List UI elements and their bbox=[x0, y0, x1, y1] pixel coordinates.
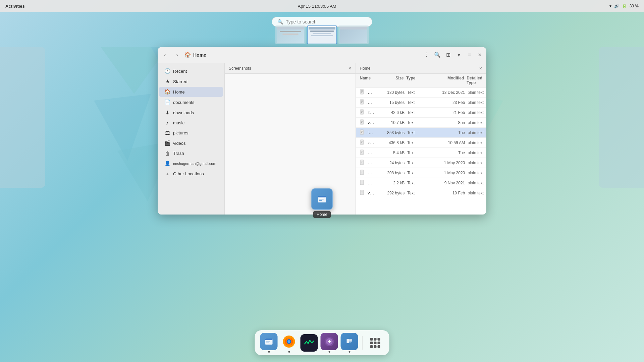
file-type-cell: Text bbox=[406, 180, 429, 186]
svg-rect-30 bbox=[360, 130, 364, 134]
file-name: .zcompdump bbox=[367, 110, 375, 115]
sidebar-item-other-locations[interactable]: + Other Locations bbox=[159, 169, 223, 179]
text-file-icon bbox=[360, 139, 365, 146]
svg-rect-27 bbox=[361, 121, 363, 121]
window-thumb-3[interactable] bbox=[338, 25, 369, 44]
svg-text:✦: ✦ bbox=[327, 339, 331, 344]
activities-label[interactable]: Activities bbox=[5, 4, 25, 9]
file-type-cell: Text bbox=[406, 140, 429, 146]
column-modified: Modified bbox=[428, 75, 465, 86]
dock-item-files[interactable] bbox=[260, 333, 278, 353]
svg-rect-56 bbox=[361, 192, 363, 192]
search-input[interactable] bbox=[286, 19, 367, 24]
sidebar-item-starred-label: Starred bbox=[173, 79, 187, 84]
window-thumb-2[interactable] bbox=[307, 25, 337, 44]
view-options-button[interactable]: ▾ bbox=[454, 50, 464, 60]
file-type: Text bbox=[407, 181, 415, 185]
sidebar-item-music[interactable]: ♪ music bbox=[159, 118, 223, 128]
table-row[interactable]: .wget-hsts 180 bytes Text 13 Dec 2021 pl… bbox=[356, 87, 487, 98]
sidebar-item-home[interactable]: 🏠 Home bbox=[159, 87, 223, 97]
file-detail-type-cell: plain text document bbox=[466, 140, 484, 146]
battery-percent: 33 % bbox=[630, 4, 639, 8]
home-file-list[interactable]: Name Size Type Modified Detailed Type bbox=[356, 74, 487, 215]
text-file-icon bbox=[360, 99, 365, 106]
table-row[interactable]: .aspell.en.pws 208 bytes Text 1 May 2020… bbox=[356, 168, 487, 178]
file-size: 24 bytes bbox=[389, 161, 405, 165]
table-row[interactable]: .bash_history 5.4 kB Text Tue plain text… bbox=[356, 148, 487, 158]
window-thumb-1[interactable] bbox=[275, 25, 306, 44]
sidebar-item-eeshugerman[interactable]: 👤 eeshugerman@gmail.com bbox=[159, 159, 223, 169]
file-modified: 1 May 2020 bbox=[444, 171, 465, 175]
dock-item-grid[interactable] bbox=[367, 334, 384, 352]
svg-rect-37 bbox=[361, 142, 362, 143]
file-name-cell: .node_repl_history bbox=[359, 179, 376, 187]
grid-view-button[interactable]: ⊞ bbox=[443, 50, 453, 60]
search-button[interactable]: 🔍 bbox=[433, 50, 442, 60]
sidebar-item-documents[interactable]: 📄 documents bbox=[159, 97, 223, 107]
sidebar-item-downloads-label: downloads bbox=[173, 110, 194, 115]
file-size-cell: 5.4 kB bbox=[376, 150, 406, 156]
file-manager-header: ‹ › 🏠 Home ⋮ 🔍 ⊞ ▾ ≡ ✕ bbox=[158, 47, 486, 63]
sidebar-item-documents-label: documents bbox=[173, 100, 195, 105]
dock-item-puzzle[interactable] bbox=[341, 333, 358, 353]
table-row[interactable]: .node_repl_history 2.2 kB Text 9 Nov 202… bbox=[356, 178, 487, 188]
file-name-cell: .vimrc bbox=[359, 189, 376, 197]
forward-button[interactable]: › bbox=[172, 50, 182, 60]
puzzle-dot bbox=[348, 351, 350, 353]
screenshots-pane-close[interactable]: ✕ bbox=[348, 66, 352, 71]
floating-window-icon[interactable]: Home bbox=[311, 188, 333, 218]
svg-rect-32 bbox=[361, 132, 363, 132]
svg-rect-47 bbox=[361, 171, 363, 171]
home-pane-close[interactable]: ✕ bbox=[479, 66, 482, 71]
sidebar-item-recent[interactable]: 🕐 Recent bbox=[159, 66, 223, 76]
svg-rect-45 bbox=[361, 163, 362, 163]
table-row[interactable]: .zcompdump 42.6 kB Text 21 Feb plain tex… bbox=[356, 108, 487, 118]
file-size-cell: 436.8 kB bbox=[376, 140, 406, 146]
sidebar-item-downloads[interactable]: ⬇ downloads bbox=[159, 108, 223, 118]
table-row[interactable]: .lesshst 853 bytes Text Tue plain text d… bbox=[356, 128, 487, 138]
file-name: .wget-hsts bbox=[367, 90, 375, 95]
sidebar-item-trash[interactable]: 🗑 Trash bbox=[159, 148, 223, 158]
window-close-button[interactable]: ✕ bbox=[476, 51, 484, 59]
file-rows-container: .wget-hsts 180 bytes Text 13 Dec 2021 pl… bbox=[356, 87, 487, 198]
table-row[interactable]: .aspell.en.prepl 24 bytes Text 1 May 202… bbox=[356, 158, 487, 168]
file-manager-icon bbox=[316, 193, 328, 205]
starred-icon: ★ bbox=[164, 78, 170, 84]
file-modified: 19 Feb bbox=[452, 191, 465, 195]
file-detail-type: plain text document bbox=[468, 100, 484, 105]
apps-grid-button[interactable] bbox=[367, 334, 384, 352]
sidebar-item-starred[interactable]: ★ Starred bbox=[159, 76, 223, 86]
window-switcher bbox=[275, 25, 369, 44]
svg-rect-59 bbox=[318, 196, 326, 197]
back-button[interactable]: ‹ bbox=[160, 50, 170, 60]
side-panel-right bbox=[599, 47, 644, 188]
column-detailed-type: Detailed Type bbox=[465, 75, 484, 86]
sidebar-item-pictures[interactable]: 🖼 pictures bbox=[159, 128, 223, 138]
file-size: 2.2 kB bbox=[393, 181, 405, 185]
file-type-cell: Text bbox=[406, 160, 429, 166]
table-row[interactable]: .zsh_history 436.8 kB Text 10:59 AM plai… bbox=[356, 138, 487, 148]
firefox-icon bbox=[281, 334, 297, 350]
file-type: Text bbox=[407, 90, 415, 95]
file-modified-cell: Tue bbox=[429, 130, 466, 136]
table-row[interactable]: .npmrc 15 bytes Text 23 Feb plain text d… bbox=[356, 98, 487, 108]
dock-item-emacs[interactable]: ✦ bbox=[321, 333, 338, 353]
file-detail-type-cell: plain text document bbox=[466, 180, 484, 186]
sidebar-item-recent-label: Recent bbox=[173, 69, 187, 74]
table-row[interactable]: .vimrc 292 bytes Text 19 Feb plain text … bbox=[356, 188, 487, 198]
list-view-button[interactable]: ≡ bbox=[465, 50, 474, 60]
file-type: Text bbox=[407, 161, 415, 165]
file-name: .node_repl_history bbox=[367, 180, 375, 185]
table-row[interactable]: .viminfo 10.7 kB Text Sun plain text doc… bbox=[356, 118, 487, 128]
file-size: 5.4 kB bbox=[393, 150, 405, 155]
menu-button[interactable]: ⋮ bbox=[422, 50, 431, 60]
file-name: .vimrc bbox=[367, 190, 375, 195]
dock-item-activity[interactable] bbox=[301, 334, 318, 352]
sidebar: 🕐 Recent ★ Starred 🏠 Home 📄 documents ⬇ … bbox=[158, 63, 225, 215]
dock-item-firefox[interactable] bbox=[280, 333, 298, 353]
file-modified-cell: 9 Nov 2021 bbox=[429, 180, 466, 186]
file-name: .aspell.en.pws bbox=[367, 170, 375, 175]
screenshots-list-area[interactable] bbox=[225, 74, 356, 215]
sidebar-item-videos[interactable]: 🎬 videos bbox=[159, 138, 223, 148]
file-modified-cell: 23 Feb bbox=[429, 100, 466, 106]
